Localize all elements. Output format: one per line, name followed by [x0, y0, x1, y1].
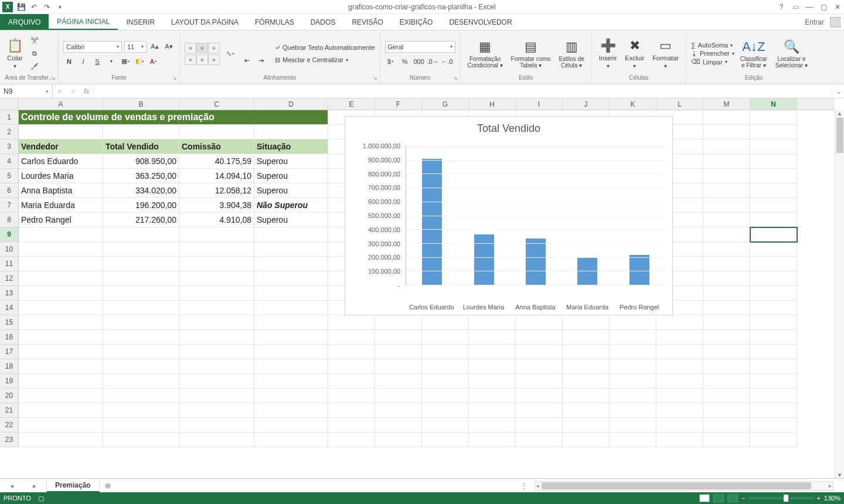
row-header[interactable]: 12 [0, 271, 19, 286]
cell[interactable] [179, 227, 254, 242]
cell[interactable] [422, 389, 469, 403]
cell[interactable] [254, 418, 328, 433]
cell[interactable] [750, 271, 797, 286]
format-painter-icon[interactable]: 🖌️ [29, 62, 40, 72]
cell[interactable] [179, 271, 254, 286]
cell[interactable] [103, 374, 179, 389]
cell[interactable]: Anna Baptista [19, 183, 103, 198]
align-middle-icon[interactable]: ≡ [196, 43, 208, 53]
cell[interactable] [469, 374, 516, 389]
cell[interactable] [703, 242, 750, 257]
row-header[interactable]: 2 [0, 125, 19, 139]
cell[interactable] [516, 418, 563, 433]
cell[interactable] [703, 169, 750, 183]
cell[interactable] [103, 403, 179, 418]
cell[interactable]: Lourdes Maria [19, 169, 103, 183]
cell[interactable] [103, 359, 179, 374]
column-header[interactable]: G [422, 98, 469, 110]
cell[interactable] [610, 315, 656, 330]
view-page-layout-button[interactable] [713, 494, 724, 502]
cell[interactable] [254, 301, 328, 315]
cell[interactable] [328, 330, 375, 345]
cell[interactable] [179, 257, 254, 271]
cell[interactable] [750, 242, 797, 257]
row-header[interactable]: 13 [0, 286, 19, 301]
name-box[interactable]: N9▾ [0, 84, 53, 98]
cell[interactable]: Maria Eduarda [19, 198, 103, 213]
cell[interactable]: Vendedor [19, 139, 103, 154]
cell[interactable]: Superou [254, 213, 328, 227]
cell[interactable] [656, 330, 703, 345]
cell[interactable] [19, 374, 103, 389]
cell[interactable] [610, 433, 656, 447]
help-icon[interactable]: ? [777, 3, 785, 11]
borders-button[interactable]: ▦ [120, 56, 131, 67]
row-header[interactable]: 10 [0, 242, 19, 257]
cell[interactable]: Comissão [179, 139, 254, 154]
cell[interactable] [375, 359, 422, 374]
cell[interactable]: 217.260,00 [103, 213, 179, 227]
increase-indent-icon[interactable]: ⇥ [255, 56, 267, 66]
embedded-chart[interactable]: Total Vendido 1.000.000,00900.000,00800.… [345, 116, 673, 315]
cell[interactable] [375, 433, 422, 447]
row-header[interactable]: 7 [0, 198, 19, 213]
column-header[interactable]: H [469, 98, 516, 110]
cell[interactable] [254, 227, 328, 242]
cell[interactable] [179, 301, 254, 315]
cut-icon[interactable]: ✂️ [29, 36, 40, 46]
align-right-icon[interactable]: ≡ [208, 55, 220, 65]
decrease-indent-icon[interactable]: ⇤ [241, 56, 253, 66]
cell[interactable] [328, 403, 375, 418]
qat-customize-icon[interactable]: ▾ [55, 4, 64, 10]
cell[interactable] [179, 125, 254, 139]
column-header[interactable]: J [563, 98, 610, 110]
row-header[interactable]: 4 [0, 154, 19, 169]
sheet-tab-active[interactable]: Premiação [47, 479, 100, 492]
cell[interactable]: 908.950,00 [103, 154, 179, 169]
cell[interactable] [563, 330, 610, 345]
close-icon[interactable]: ✕ [833, 3, 842, 11]
column-header[interactable]: F [375, 98, 422, 110]
italic-button[interactable]: I [77, 56, 89, 67]
cell[interactable] [750, 169, 797, 183]
cell[interactable] [375, 345, 422, 359]
cell[interactable]: 4.910,08 [179, 213, 254, 227]
scroll-down-icon[interactable]: ▼ [837, 472, 843, 478]
cell[interactable] [563, 345, 610, 359]
row-header[interactable]: 14 [0, 301, 19, 315]
cell[interactable] [656, 418, 703, 433]
cell[interactable] [750, 389, 797, 403]
cell[interactable] [19, 227, 103, 242]
row-header[interactable]: 1 [0, 110, 19, 125]
cell[interactable] [656, 433, 703, 447]
cell[interactable] [103, 418, 179, 433]
row-header[interactable]: 17 [0, 345, 19, 359]
cell[interactable] [703, 139, 750, 154]
cell[interactable] [610, 345, 656, 359]
cell[interactable] [328, 418, 375, 433]
cell[interactable] [19, 389, 103, 403]
font-name-combo[interactable]: Calibri▾ [63, 41, 122, 53]
save-icon[interactable]: 💾 [16, 3, 26, 11]
cell[interactable] [656, 345, 703, 359]
cell[interactable] [703, 227, 750, 242]
cell[interactable] [750, 183, 797, 198]
cell[interactable] [103, 227, 179, 242]
cell[interactable] [422, 374, 469, 389]
cell[interactable] [422, 418, 469, 433]
align-top-icon[interactable]: ≡ [185, 43, 196, 53]
cell[interactable] [469, 315, 516, 330]
cell[interactable] [19, 286, 103, 301]
tab-inserir[interactable]: INSERIR [118, 14, 163, 30]
cell[interactable] [19, 403, 103, 418]
cell[interactable] [179, 389, 254, 403]
cell[interactable] [103, 125, 179, 139]
ribbon-options-icon[interactable]: ▭ [791, 3, 799, 11]
tab-desenvolvedor[interactable]: DESENVOLVEDOR [441, 14, 520, 30]
cell[interactable] [703, 315, 750, 330]
cell[interactable] [19, 359, 103, 374]
cell[interactable] [254, 257, 328, 271]
cell[interactable] [375, 389, 422, 403]
cell[interactable] [750, 227, 797, 242]
delete-cells-button[interactable]: ✖Excluir▾ [622, 37, 646, 70]
